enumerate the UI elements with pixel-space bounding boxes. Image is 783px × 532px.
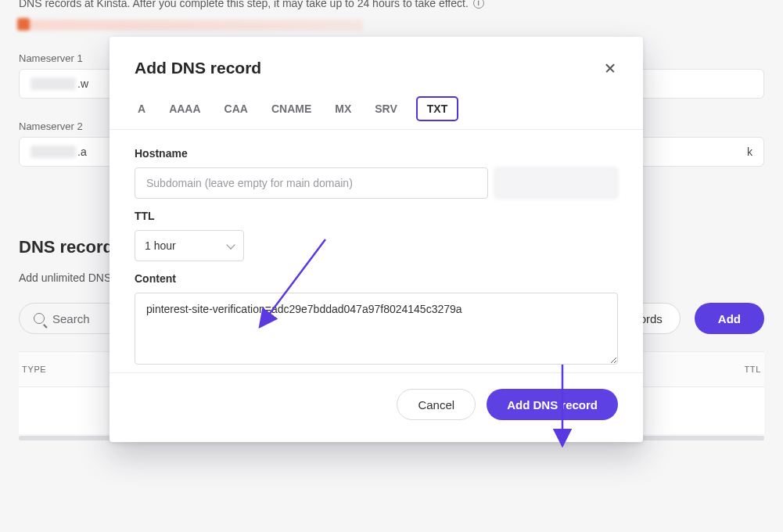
content-label: Content (135, 272, 618, 285)
ttl-select[interactable]: 1 hour (135, 230, 244, 261)
tab-txt[interactable]: TXT (418, 98, 457, 120)
ttl-label: TTL (135, 210, 618, 222)
search-icon (34, 313, 45, 324)
modal-title: Add DNS record (135, 59, 261, 77)
add-dns-record-modal: Add DNS record A AAAA CAA CNAME MX SRV T… (110, 37, 643, 442)
tab-a[interactable]: A (135, 98, 149, 120)
redacted-text (31, 146, 76, 158)
hostname-label: Hostname (135, 147, 618, 160)
add-record-button[interactable]: Add (695, 303, 764, 334)
cancel-button[interactable]: Cancel (397, 389, 476, 420)
info-icon (473, 0, 484, 9)
tab-srv[interactable]: SRV (372, 98, 400, 120)
tab-cname[interactable]: CNAME (268, 98, 314, 120)
tab-caa[interactable]: CAA (221, 98, 251, 120)
submit-add-record-button[interactable]: Add DNS record (487, 389, 618, 420)
warning-banner (19, 20, 363, 31)
record-type-tabs: A AAAA CAA CNAME MX SRV TXT (110, 84, 643, 130)
chevron-down-icon (226, 240, 235, 249)
content-textarea[interactable] (135, 293, 618, 365)
column-ttl: TTL (714, 365, 761, 374)
dns-help-text: DNS records at Kinsta. After you complet… (19, 0, 764, 12)
tab-mx[interactable]: MX (332, 98, 354, 120)
domain-suffix (494, 167, 618, 199)
tab-aaaa[interactable]: AAAA (166, 98, 203, 120)
hostname-input[interactable] (135, 167, 488, 199)
redacted-text (31, 77, 76, 90)
close-icon[interactable] (602, 60, 618, 76)
column-type: TYPE (22, 365, 92, 374)
